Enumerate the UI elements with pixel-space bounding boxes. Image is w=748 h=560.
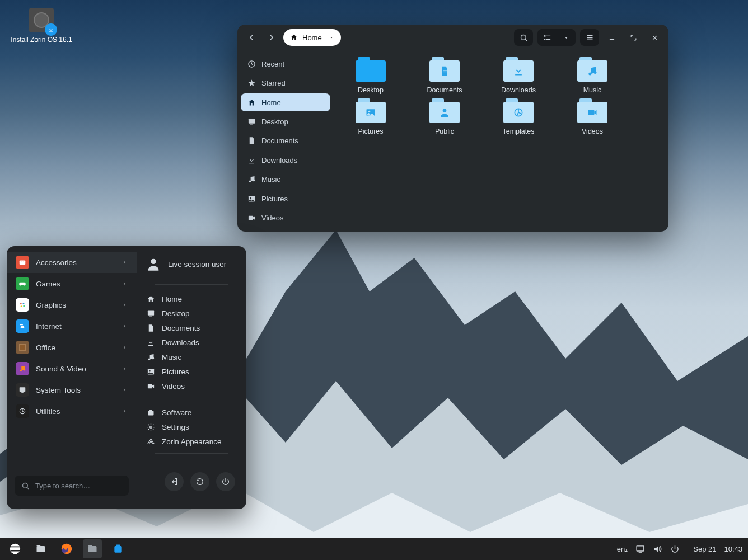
category-system_tools[interactable]: System Tools [7,379,137,401]
logout-button[interactable] [165,472,184,491]
folder-pictures[interactable]: Pictures [344,98,398,135]
place-label: Documents [162,324,200,332]
sidebar-item-home[interactable]: Home [241,93,330,111]
sidebar-item-desktop[interactable]: Desktop [241,112,330,130]
folder-public[interactable]: Public [418,98,471,135]
power-button[interactable] [216,472,235,491]
folder-music[interactable]: Music [565,57,619,94]
toolbar-group-menu [580,29,599,46]
sidebar-item-music[interactable]: Music [241,171,330,189]
view-list-button[interactable] [537,29,557,46]
folder-icon [577,98,607,123]
category-internet[interactable]: Internet [7,316,137,337]
file-manager-sidebar: RecentStarredHomeDesktopDocumentsDownloa… [237,50,334,232]
place-music[interactable]: Music [144,350,239,364]
svg-point-22 [21,261,21,262]
place-desktop[interactable]: Desktop [144,306,239,321]
desktop-icon-installer[interactable]: Install Zorin OS 16.1 [8,8,75,44]
taskbar-start-button[interactable] [6,539,25,558]
sidebar-item-recent[interactable]: Recent [241,55,330,73]
taskbar-date[interactable]: Sep 21 [693,545,716,553]
category-sound_video[interactable]: Sound & Video [7,358,137,379]
taskbar: en₁ Sep 21 10:43 [0,538,748,560]
category-office[interactable]: Office [7,337,137,358]
sidebar-item-downloads[interactable]: Downloads [241,151,330,169]
location-bar[interactable]: Home [283,29,341,46]
place-pictures[interactable]: Pictures [144,364,239,379]
keyboard-layout-indicator[interactable]: en₁ [617,545,628,553]
svg-rect-38 [148,310,154,315]
drive-icon [29,8,54,32]
window-minimize-button[interactable] [604,29,620,46]
svg-rect-3 [544,39,545,40]
place-downloads[interactable]: Downloads [144,335,239,350]
folder-downloads[interactable]: Downloads [492,57,545,94]
svg-point-14 [588,73,591,76]
nav-back-button[interactable] [243,29,260,46]
search-input[interactable]: Type to search… [15,476,129,496]
display-icon[interactable] [635,544,645,554]
place-label: Pictures [162,368,189,376]
start-menu-places: Live session user HomeDesktopDocumentsDo… [137,246,246,509]
folder-label: Pictures [358,128,383,135]
folder-desktop[interactable]: Desktop [344,57,398,94]
svg-point-36 [23,483,28,488]
place-documents[interactable]: Documents [144,321,239,335]
search-placeholder: Type to search… [35,482,90,490]
syslink-label: Software [162,408,191,417]
category-utilities[interactable]: Utilities [7,401,137,422]
desktop-icon-label: Install Zorin OS 16.1 [8,36,75,44]
place-videos[interactable]: Videos [144,379,239,393]
svg-point-26 [23,303,25,304]
svg-point-40 [152,357,154,359]
sidebar-item-label: Videos [261,214,284,222]
chevron-right-icon [122,302,128,308]
divider [155,284,228,285]
user-row[interactable]: Live session user [144,256,239,272]
folder-templates[interactable]: Templates [492,98,545,135]
search-button[interactable] [514,29,533,46]
taskbar-firefox-button[interactable] [57,539,76,558]
taskbar-time[interactable]: 10:43 [724,545,742,553]
sidebar-item-label: Desktop [261,117,288,126]
syslink-zorin_appearance[interactable]: Zorin Appearance [144,434,239,449]
svg-point-32 [24,369,26,371]
place-home[interactable]: Home [144,291,239,306]
toolbar-group-search [514,29,533,46]
sidebar-item-label: Home [261,98,281,107]
svg-point-37 [151,259,156,264]
folder-videos[interactable]: Videos [565,98,619,135]
svg-point-47 [10,544,20,554]
svg-point-7 [249,181,251,183]
sidebar-item-videos[interactable]: Videos [241,209,330,227]
sidebar-item-label: Pictures [261,195,288,203]
nav-forward-button[interactable] [263,29,280,46]
sidebar-item-starred[interactable]: Starred [241,74,330,92]
window-close-button[interactable] [646,29,663,46]
svg-rect-30 [20,345,25,350]
sidebar-item-documents[interactable]: Documents [241,132,330,150]
syslink-settings[interactable]: Settings [144,420,239,434]
system-tray: en₁ Sep 21 10:43 [617,544,742,554]
place-label: Downloads [162,338,199,347]
volume-icon[interactable] [653,544,662,554]
category-accessories[interactable]: Accessories [7,252,137,273]
view-options-button[interactable] [557,29,576,46]
taskbar-software-button[interactable] [109,539,128,558]
folder-label: Desktop [358,86,384,94]
sidebar-item-pictures[interactable]: Pictures [241,190,330,208]
window-maximize-button[interactable] [625,29,642,46]
toolbar-group-view [537,29,576,46]
category-games[interactable]: Games [7,273,137,294]
hamburger-menu-button[interactable] [580,29,599,46]
svg-point-46 [150,426,152,428]
syslink-software[interactable]: Software [144,405,239,420]
category-graphics[interactable]: Graphics [7,294,137,316]
folder-documents[interactable]: Documents [418,57,471,94]
svg-rect-45 [149,410,152,411]
taskbar-files-running[interactable] [83,539,102,558]
svg-point-31 [20,370,22,372]
restart-button[interactable] [190,472,209,491]
power-icon[interactable] [670,544,680,554]
taskbar-files-button[interactable] [31,539,50,558]
